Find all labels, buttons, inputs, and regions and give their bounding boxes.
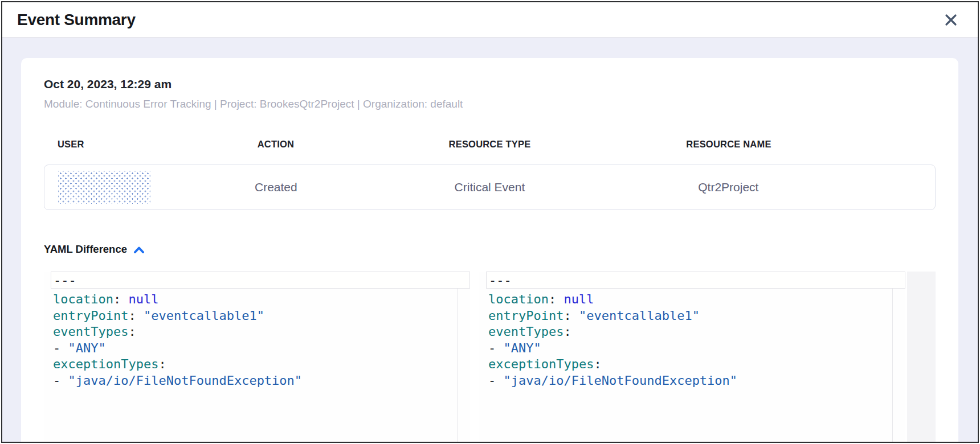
yaml-token: entryPoint bbox=[488, 309, 564, 323]
yaml-difference-toggle[interactable]: YAML Difference bbox=[44, 243, 145, 256]
yaml-token: "eventcallable1" bbox=[144, 309, 264, 323]
event-detail-card: Oct 20, 2023, 12:29 am Module: Continuou… bbox=[21, 58, 958, 442]
yaml-diff-pane-left[interactable]: --- location: nullentryPoint: "eventcall… bbox=[44, 272, 470, 442]
yaml-token: null bbox=[128, 292, 158, 306]
yaml-token: : bbox=[549, 292, 564, 306]
yaml-token: : bbox=[113, 292, 129, 306]
audit-table: USER ACTION RESOURCE TYPE RESOURCE NAME … bbox=[44, 139, 936, 210]
resource-type-cell: Critical Event bbox=[401, 180, 579, 194]
yaml-token: eventTypes bbox=[488, 324, 564, 339]
yaml-token: eventTypes bbox=[53, 324, 128, 339]
close-icon bbox=[944, 13, 958, 27]
yaml-token: location bbox=[488, 292, 549, 306]
yaml-token: exceptionTypes bbox=[53, 357, 158, 371]
audit-table-header: USER ACTION RESOURCE TYPE RESOURCE NAME bbox=[44, 139, 936, 150]
yaml-code-line: location: null bbox=[53, 291, 453, 308]
user-cell bbox=[44, 171, 152, 204]
yaml-code-block: location: nullentryPoint: "eventcallable… bbox=[44, 289, 470, 394]
column-header-user: USER bbox=[44, 139, 151, 150]
yaml-token: "java/io/FileNotFoundException" bbox=[504, 373, 738, 388]
event-meta-line: Module: Continuous Error Tracking | Proj… bbox=[44, 98, 936, 110]
yaml-token: : bbox=[594, 357, 601, 371]
yaml-token: "eventcallable1" bbox=[579, 309, 700, 323]
yaml-doc-start-line: --- bbox=[486, 272, 905, 289]
yaml-token: --- bbox=[489, 273, 512, 287]
diff-scrollbar-track[interactable] bbox=[907, 272, 936, 442]
yaml-token: - bbox=[53, 373, 68, 388]
yaml-token: : bbox=[128, 324, 136, 339]
yaml-token: entryPoint bbox=[53, 309, 128, 323]
modal-header: Event Summary bbox=[2, 2, 978, 38]
column-header-resource-type: RESOURCE TYPE bbox=[401, 139, 579, 150]
yaml-code-line: eventTypes: bbox=[488, 324, 888, 340]
column-header-action: ACTION bbox=[151, 139, 401, 150]
yaml-token: "java/io/FileNotFoundException" bbox=[68, 373, 303, 388]
yaml-code-block: location: nullentryPoint: "eventcallable… bbox=[479, 289, 905, 394]
yaml-difference-label: YAML Difference bbox=[44, 243, 127, 256]
yaml-token: - bbox=[488, 373, 504, 388]
yaml-token: "ANY" bbox=[504, 341, 541, 355]
yaml-code-line: eventTypes: bbox=[53, 324, 453, 340]
action-cell: Created bbox=[152, 180, 401, 194]
yaml-token: null bbox=[564, 292, 594, 306]
yaml-code-line: location: null bbox=[488, 291, 888, 308]
yaml-token: "ANY" bbox=[68, 341, 106, 355]
page-title: Event Summary bbox=[17, 11, 136, 29]
modal-body: Oct 20, 2023, 12:29 am Module: Continuou… bbox=[2, 38, 978, 442]
pane-gutter-divider bbox=[457, 272, 458, 442]
yaml-code-line: entryPoint: "eventcallable1" bbox=[488, 308, 888, 324]
yaml-diff-pane-right[interactable]: --- location: nullentryPoint: "eventcall… bbox=[479, 272, 905, 442]
chevron-up-icon[interactable] bbox=[133, 245, 145, 254]
yaml-token: --- bbox=[54, 273, 76, 287]
yaml-token: : bbox=[128, 309, 144, 323]
column-header-resource-name: RESOURCE NAME bbox=[579, 139, 936, 150]
resource-name-cell: Qtr2Project bbox=[579, 180, 935, 194]
yaml-token: : bbox=[564, 309, 579, 323]
yaml-token: - bbox=[53, 341, 68, 355]
event-summary-modal: Event Summary Oct 20, 2023, 12:29 am Mod… bbox=[1, 1, 979, 443]
yaml-code-line: - "ANY" bbox=[488, 340, 888, 357]
yaml-token: : bbox=[564, 324, 571, 339]
yaml-token: exceptionTypes bbox=[488, 357, 594, 371]
yaml-doc-start-line: --- bbox=[51, 272, 470, 289]
yaml-token: : bbox=[158, 357, 166, 371]
yaml-diff-container: --- location: nullentryPoint: "eventcall… bbox=[44, 272, 936, 442]
event-timestamp: Oct 20, 2023, 12:29 am bbox=[44, 77, 936, 91]
pane-gutter-divider bbox=[892, 272, 893, 442]
yaml-code-line: exceptionTypes: bbox=[53, 356, 453, 373]
yaml-code-line: - "java/io/FileNotFoundException" bbox=[53, 373, 453, 389]
yaml-code-line: - "java/io/FileNotFoundException" bbox=[488, 373, 888, 389]
yaml-code-line: - "ANY" bbox=[53, 340, 453, 357]
yaml-token: location bbox=[53, 292, 113, 306]
close-button[interactable] bbox=[941, 10, 961, 30]
yaml-code-line: exceptionTypes: bbox=[488, 356, 888, 373]
redacted-user-avatar bbox=[58, 171, 150, 204]
table-row: Created Critical Event Qtr2Project bbox=[44, 165, 936, 210]
yaml-code-line: entryPoint: "eventcallable1" bbox=[53, 308, 453, 324]
yaml-token: - bbox=[488, 341, 504, 355]
